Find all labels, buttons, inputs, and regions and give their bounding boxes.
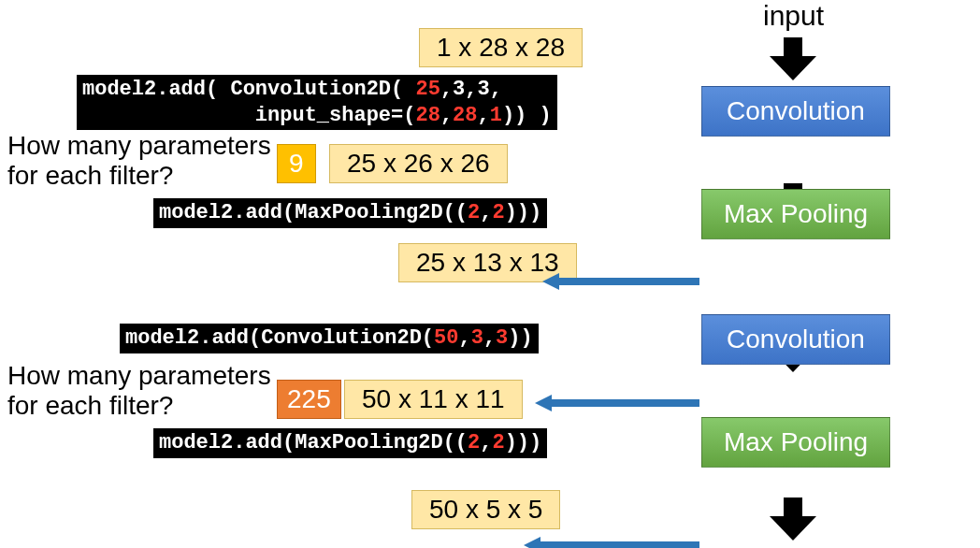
code-token: ,: [480, 431, 492, 454]
code-pool1: model2.add(MaxPooling2D((2,2))): [153, 198, 547, 228]
question-params-2: How many parameters for each filter?: [7, 361, 271, 421]
shape-box-3: 50 x 11 x 11: [344, 380, 523, 419]
arrow-left-icon: [535, 395, 699, 411]
code-token: 2: [492, 201, 504, 224]
shape-box-0: 1 x 28 x 28: [419, 28, 583, 67]
param-count-1: 9: [277, 144, 316, 183]
code-token: ,: [440, 104, 453, 127]
code-token: 28: [453, 104, 477, 127]
shape-box-1: 25 x 26 x 26: [329, 144, 508, 183]
code-token: 25: [415, 78, 440, 101]
code-token: ,: [458, 326, 470, 350]
code-token: 2: [468, 431, 480, 454]
code-token: 2: [468, 201, 480, 224]
code-token: 3: [471, 326, 483, 350]
code-token: ,3,3,: [440, 78, 502, 101]
arrow-left-icon: [524, 537, 699, 548]
code-token: 2: [492, 431, 504, 454]
code-token: ,: [483, 326, 496, 350]
shape-box-4: 50 x 5 x 5: [411, 490, 560, 529]
code-conv1: model2.add( Convolution2D( 25,3,3, input…: [77, 75, 557, 130]
code-token: )) ): [502, 104, 552, 127]
code-token: model2.add(Convolution2D(: [125, 326, 434, 350]
code-token: ,: [477, 104, 489, 127]
code-pool2: model2.add(MaxPooling2D((2,2))): [153, 428, 547, 458]
code-token: 50: [434, 326, 458, 350]
code-token: 1: [490, 104, 502, 127]
input-label: input: [763, 0, 824, 32]
code-token: 3: [496, 326, 508, 350]
question-params-1: How many parameters for each filter?: [7, 131, 271, 191]
param-count-2: 225: [277, 380, 341, 419]
flow-maxpool-2: Max Pooling: [701, 417, 890, 468]
flow-maxpool-1: Max Pooling: [701, 189, 890, 239]
code-token: 28: [415, 104, 440, 127]
arrow-down-icon: [770, 498, 816, 541]
code-token: )): [508, 326, 532, 350]
code-conv2: model2.add(Convolution2D(50,3,3)): [120, 324, 539, 353]
code-token: ))): [505, 431, 542, 454]
code-token: model2.add( Convolution2D(: [82, 78, 415, 101]
arrow-down-icon: [770, 37, 816, 80]
code-token: model2.add(MaxPooling2D((: [159, 201, 468, 224]
code-token: model2.add(MaxPooling2D((: [159, 431, 468, 454]
flow-convolution-2: Convolution: [701, 314, 890, 365]
flow-convolution-1: Convolution: [701, 86, 890, 137]
code-token: ))): [505, 201, 542, 224]
arrow-left-icon: [542, 273, 699, 290]
code-token: ,: [480, 201, 492, 224]
code-token: input_shape=(: [82, 104, 415, 127]
